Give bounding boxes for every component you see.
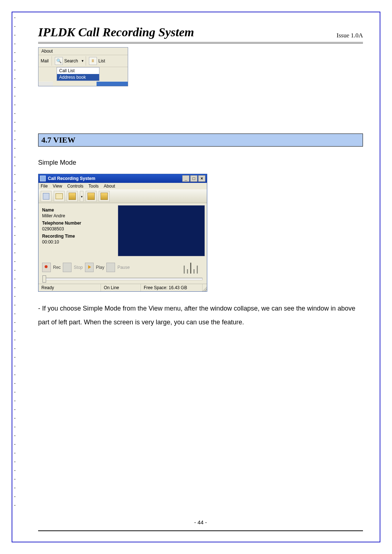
menu-controls[interactable]: Controls [67,184,83,189]
menu-view[interactable]: View [53,184,62,189]
telephone-value: 029038503 [42,226,114,231]
section-heading: 4.7 VIEW [38,134,363,147]
info-panel: Name Miller Andre Telephone Number 02903… [41,205,115,256]
dropdown-item-addressbook[interactable]: Address book [57,74,99,81]
toolbar-dropdown-arrow[interactable]: ▾ [80,191,83,202]
recording-time-label: Recording Time [42,234,114,239]
dropdown-arrow-icon[interactable]: ▼ [81,59,84,63]
footer-rule [38,530,363,531]
page-number: - 44 - [38,519,363,525]
menu-file[interactable]: File [41,184,48,189]
menubar: File View Controls Tools About [38,183,207,189]
status-bar: Ready On Line Free Space: 16.43 GB [38,284,207,291]
list-label: List [98,58,105,63]
toolbar-addressbook-icon[interactable] [41,191,52,202]
toolbar-list-icon[interactable] [86,191,97,202]
menu-about[interactable]: About [104,184,115,189]
recording-time-value: 00:00:10 [42,239,114,245]
minimize-button[interactable]: _ [182,175,189,182]
rec-icon [42,263,51,272]
document-title: IPLDK Call Recording System [38,25,194,39]
search-label: Search [64,58,78,63]
toolbar-mail-fragment: Mail [38,55,51,67]
resize-grip[interactable] [203,284,207,291]
menu-tools[interactable]: Tools [89,184,99,189]
volume-indicator[interactable] [178,261,203,274]
list-icon: ≣ [89,57,97,65]
status-freespace: Free Space: 16.43 GB [141,284,203,291]
issue-label: Issue 1.0A [336,32,363,39]
page-content: IPLDK Call Recording System Issue 1.0A A… [38,25,363,538]
status-ready: Ready [38,284,101,291]
toolbar: ▾ [38,189,207,203]
close-button[interactable]: × [198,175,205,182]
section-subtext: Simple Mode [38,159,363,167]
toolbar-search[interactable]: 🔍 Search [53,55,80,67]
margin-dots [15,17,15,537]
play-icon [85,263,94,272]
name-value: Miller Andre [42,213,114,218]
body-paragraph: - If you choose Simple Mode from the Vie… [38,302,363,329]
status-online: On Line [101,284,141,291]
telephone-label: Telephone Number [42,221,114,226]
toolbar-list[interactable]: ≣ List [87,55,107,67]
search-icon: 🔍 [55,57,63,65]
stop-icon [63,263,72,272]
menu-about[interactable]: About [38,48,128,55]
screenshot-simple-mode-window: Call Recording System _ □ × File View Co… [38,174,207,292]
window-titlebar: Call Recording System _ □ × [38,174,207,183]
search-dropdown[interactable]: Call List Address book [57,67,99,81]
seek-thumb[interactable] [42,275,46,283]
play-label: Play [96,265,104,270]
waveform-display [118,205,205,256]
pause-icon [106,263,115,272]
maximize-button[interactable]: □ [190,175,197,182]
window-title: Call Recording System [48,176,181,181]
toolbar-zoom-icon[interactable] [99,191,110,202]
dropdown-item-calllist[interactable]: Call List [57,67,99,74]
playback-controls: Rec Stop Play Pause [38,258,207,276]
screenshot-search-dropdown: About Mail 🔍 Search ▼ ≣ List Call List A… [38,47,128,86]
toolbar-search-icon[interactable] [67,191,78,202]
rec-label: Rec [53,265,61,270]
toolbar-mail-icon[interactable] [54,191,65,202]
pause-button[interactable]: Pause [106,263,130,272]
stop-button[interactable]: Stop [63,263,83,272]
rec-button[interactable]: Rec [42,263,61,272]
seek-slider[interactable] [43,278,203,280]
app-icon [40,176,46,181]
pause-label: Pause [117,265,130,270]
play-button[interactable]: Play [85,263,104,272]
name-label: Name [42,208,114,213]
stop-label: Stop [74,265,83,270]
header-rule [38,42,363,44]
